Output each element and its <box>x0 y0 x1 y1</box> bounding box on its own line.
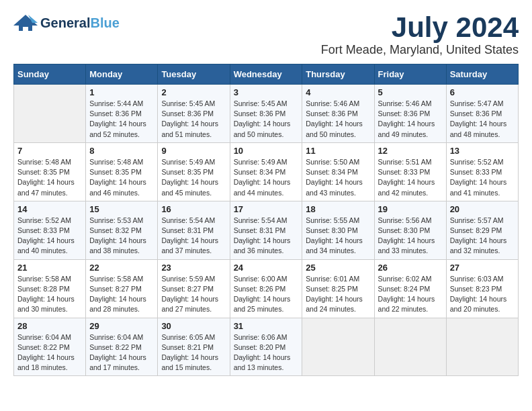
day-cell: 26Sunrise: 6:02 AMSunset: 8:24 PMDayligh… <box>374 259 446 318</box>
day-cell: 16Sunrise: 5:54 AMSunset: 8:31 PMDayligh… <box>158 201 230 259</box>
day-cell: 12Sunrise: 5:51 AMSunset: 8:33 PMDayligh… <box>374 142 446 201</box>
day-cell <box>302 318 374 376</box>
day-number: 8 <box>89 146 154 156</box>
day-number: 30 <box>161 321 226 331</box>
day-info: Sunrise: 5:54 AMSunset: 8:31 PMDaylight:… <box>234 216 299 257</box>
day-info: Sunrise: 5:58 AMSunset: 8:28 PMDaylight:… <box>17 274 82 315</box>
day-cell: 21Sunrise: 5:58 AMSunset: 8:28 PMDayligh… <box>14 259 86 318</box>
day-number: 21 <box>17 263 82 273</box>
day-info: Sunrise: 5:45 AMSunset: 8:36 PMDaylight:… <box>161 99 226 140</box>
calendar-body: 1Sunrise: 5:44 AMSunset: 8:36 PMDaylight… <box>14 85 519 376</box>
day-cell: 4Sunrise: 5:46 AMSunset: 8:36 PMDaylight… <box>302 85 374 143</box>
day-cell: 8Sunrise: 5:48 AMSunset: 8:35 PMDaylight… <box>86 142 158 201</box>
day-info: Sunrise: 5:46 AMSunset: 8:36 PMDaylight:… <box>306 99 370 140</box>
day-cell: 24Sunrise: 6:00 AMSunset: 8:26 PMDayligh… <box>230 259 302 318</box>
day-number: 31 <box>234 321 299 331</box>
day-info: Sunrise: 5:59 AMSunset: 8:27 PMDaylight:… <box>161 274 226 315</box>
day-cell: 18Sunrise: 5:55 AMSunset: 8:30 PMDayligh… <box>302 201 374 259</box>
day-cell: 17Sunrise: 5:54 AMSunset: 8:31 PMDayligh… <box>230 201 302 259</box>
day-number: 12 <box>378 146 443 156</box>
day-info: Sunrise: 6:06 AMSunset: 8:20 PMDaylight:… <box>234 332 299 373</box>
day-cell: 31Sunrise: 6:06 AMSunset: 8:20 PMDayligh… <box>230 318 302 376</box>
day-info: Sunrise: 6:02 AMSunset: 8:24 PMDaylight:… <box>378 274 443 315</box>
day-number: 2 <box>161 87 226 97</box>
logo-text: GeneralBlue <box>40 15 120 30</box>
header-cell-wednesday: Wednesday <box>230 64 302 85</box>
header-cell-saturday: Saturday <box>446 64 518 85</box>
day-info: Sunrise: 5:46 AMSunset: 8:36 PMDaylight:… <box>378 99 443 140</box>
day-number: 7 <box>17 146 82 156</box>
day-info: Sunrise: 5:44 AMSunset: 8:36 PMDaylight:… <box>89 99 154 140</box>
week-row-2: 7Sunrise: 5:48 AMSunset: 8:35 PMDaylight… <box>14 142 519 201</box>
day-cell: 5Sunrise: 5:46 AMSunset: 8:36 PMDaylight… <box>374 85 446 143</box>
day-number: 3 <box>234 87 299 97</box>
week-row-5: 28Sunrise: 6:04 AMSunset: 8:22 PMDayligh… <box>14 318 519 376</box>
day-info: Sunrise: 5:51 AMSunset: 8:33 PMDaylight:… <box>378 157 443 198</box>
day-number: 29 <box>89 321 154 331</box>
day-cell: 30Sunrise: 6:05 AMSunset: 8:21 PMDayligh… <box>158 318 230 376</box>
day-cell <box>14 85 86 143</box>
page-header: GeneralBlue July 2024 Fort Meade, Maryla… <box>13 13 519 57</box>
calendar-title: July 2024 <box>321 13 519 42</box>
day-number: 16 <box>161 204 226 214</box>
logo-icon <box>13 13 38 32</box>
day-info: Sunrise: 5:53 AMSunset: 8:32 PMDaylight:… <box>89 216 154 257</box>
day-info: Sunrise: 5:54 AMSunset: 8:31 PMDaylight:… <box>161 216 226 257</box>
day-number: 25 <box>306 263 370 273</box>
day-number: 26 <box>378 263 443 273</box>
day-cell: 27Sunrise: 6:03 AMSunset: 8:23 PMDayligh… <box>446 259 518 318</box>
day-info: Sunrise: 5:48 AMSunset: 8:35 PMDaylight:… <box>89 157 154 198</box>
day-number: 6 <box>450 87 515 97</box>
day-number: 10 <box>234 146 299 156</box>
day-cell: 25Sunrise: 6:01 AMSunset: 8:25 PMDayligh… <box>302 259 374 318</box>
day-number: 20 <box>450 204 515 214</box>
day-cell: 13Sunrise: 5:52 AMSunset: 8:33 PMDayligh… <box>446 142 518 201</box>
calendar-header: SundayMondayTuesdayWednesdayThursdayFrid… <box>14 64 519 85</box>
day-info: Sunrise: 6:04 AMSunset: 8:22 PMDaylight:… <box>17 332 82 373</box>
day-cell <box>374 318 446 376</box>
day-info: Sunrise: 5:50 AMSunset: 8:34 PMDaylight:… <box>306 157 370 198</box>
day-info: Sunrise: 5:58 AMSunset: 8:27 PMDaylight:… <box>89 274 154 315</box>
day-cell: 28Sunrise: 6:04 AMSunset: 8:22 PMDayligh… <box>14 318 86 376</box>
logo: GeneralBlue <box>13 13 120 32</box>
header-cell-tuesday: Tuesday <box>158 64 230 85</box>
day-info: Sunrise: 5:48 AMSunset: 8:35 PMDaylight:… <box>17 157 82 198</box>
day-cell: 20Sunrise: 5:57 AMSunset: 8:29 PMDayligh… <box>446 201 518 259</box>
header-cell-friday: Friday <box>374 64 446 85</box>
day-info: Sunrise: 5:49 AMSunset: 8:34 PMDaylight:… <box>234 157 299 198</box>
day-cell: 19Sunrise: 5:56 AMSunset: 8:30 PMDayligh… <box>374 201 446 259</box>
day-cell: 1Sunrise: 5:44 AMSunset: 8:36 PMDaylight… <box>86 85 158 143</box>
day-cell: 22Sunrise: 5:58 AMSunset: 8:27 PMDayligh… <box>86 259 158 318</box>
header-cell-monday: Monday <box>86 64 158 85</box>
day-info: Sunrise: 5:56 AMSunset: 8:30 PMDaylight:… <box>378 216 443 257</box>
day-cell: 2Sunrise: 5:45 AMSunset: 8:36 PMDaylight… <box>158 85 230 143</box>
day-cell: 23Sunrise: 5:59 AMSunset: 8:27 PMDayligh… <box>158 259 230 318</box>
day-number: 17 <box>234 204 299 214</box>
day-number: 27 <box>450 263 515 273</box>
day-cell: 11Sunrise: 5:50 AMSunset: 8:34 PMDayligh… <box>302 142 374 201</box>
day-number: 9 <box>161 146 226 156</box>
day-info: Sunrise: 6:04 AMSunset: 8:22 PMDaylight:… <box>89 332 154 373</box>
day-number: 11 <box>306 146 370 156</box>
day-cell: 3Sunrise: 5:45 AMSunset: 8:36 PMDaylight… <box>230 85 302 143</box>
day-info: Sunrise: 6:01 AMSunset: 8:25 PMDaylight:… <box>306 274 370 315</box>
week-row-3: 14Sunrise: 5:52 AMSunset: 8:33 PMDayligh… <box>14 201 519 259</box>
day-info: Sunrise: 5:57 AMSunset: 8:29 PMDaylight:… <box>450 216 515 257</box>
day-number: 13 <box>450 146 515 156</box>
title-block: July 2024 Fort Meade, Maryland, United S… <box>321 13 519 57</box>
day-cell: 9Sunrise: 5:49 AMSunset: 8:35 PMDaylight… <box>158 142 230 201</box>
day-number: 5 <box>378 87 443 97</box>
day-cell <box>446 318 518 376</box>
header-cell-sunday: Sunday <box>14 64 86 85</box>
day-cell: 7Sunrise: 5:48 AMSunset: 8:35 PMDaylight… <box>14 142 86 201</box>
day-number: 14 <box>17 204 82 214</box>
day-info: Sunrise: 5:49 AMSunset: 8:35 PMDaylight:… <box>161 157 226 198</box>
day-number: 23 <box>161 263 226 273</box>
day-info: Sunrise: 5:45 AMSunset: 8:36 PMDaylight:… <box>234 99 299 140</box>
header-row: SundayMondayTuesdayWednesdayThursdayFrid… <box>14 64 519 85</box>
day-number: 18 <box>306 204 370 214</box>
day-number: 19 <box>378 204 443 214</box>
calendar-table: SundayMondayTuesdayWednesdayThursdayFrid… <box>13 64 519 376</box>
header-cell-thursday: Thursday <box>302 64 374 85</box>
calendar-subtitle: Fort Meade, Maryland, United States <box>321 43 519 57</box>
